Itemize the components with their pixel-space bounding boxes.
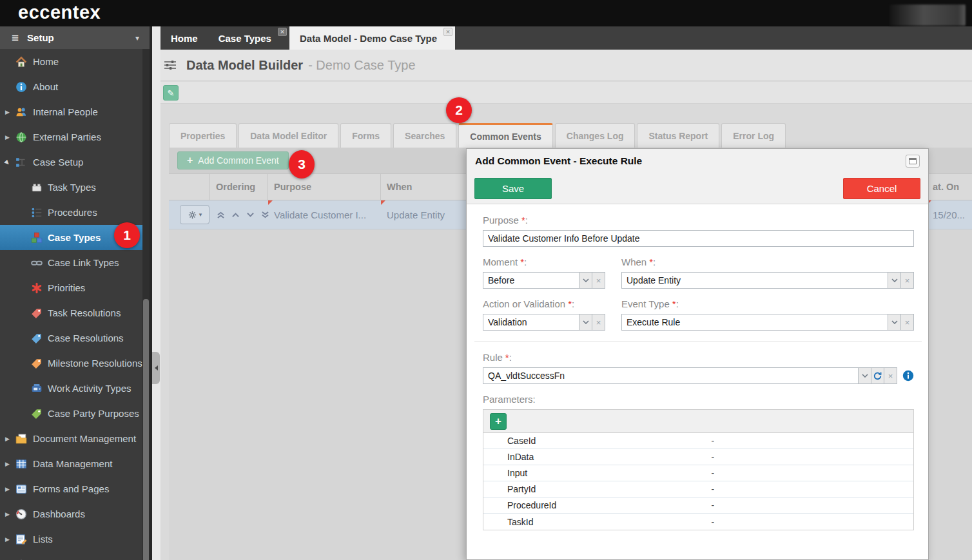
caret-down-icon[interactable]: ▾ xyxy=(135,34,139,43)
column-header-ordering[interactable]: Ordering xyxy=(210,174,268,200)
rule-dropdown-button[interactable] xyxy=(858,367,871,384)
move-down-icon[interactable] xyxy=(246,211,255,218)
sidebar-item-case-resolutions[interactable]: Case Resolutions xyxy=(0,325,142,351)
expand-arrow-icon[interactable]: ▶ xyxy=(5,134,10,140)
doc-tab-data-model-demo-case-type[interactable]: Data Model - Demo Case Type × xyxy=(289,26,455,50)
tab-common-events[interactable]: Common Events xyxy=(458,123,552,148)
sidebar-item-task-types[interactable]: Task Types xyxy=(0,175,142,200)
action-or-validation-field: Action or Validation*: × xyxy=(483,298,605,331)
close-icon[interactable]: × xyxy=(278,28,287,36)
chevron-down-icon xyxy=(862,374,868,378)
event-type-clear-button[interactable]: × xyxy=(900,314,914,331)
sidebar-item-internal-people[interactable]: ▶ Internal People xyxy=(0,99,142,124)
when-dropdown-button[interactable] xyxy=(888,272,901,289)
clear-icon: × xyxy=(596,276,601,285)
sidebar-item-milestone-resolutions[interactable]: Milestone Resolutions xyxy=(0,351,142,376)
rule-input[interactable] xyxy=(483,367,859,384)
tab-changes-log[interactable]: Changes Log xyxy=(555,123,636,148)
info-icon[interactable] xyxy=(902,370,914,381)
moment-input[interactable] xyxy=(483,272,579,289)
action-or-validation-clear-button[interactable]: × xyxy=(592,314,605,331)
gear-icon xyxy=(188,210,197,220)
sidebar-item-case-link-types[interactable]: Case Link Types xyxy=(0,250,142,275)
tab-status-report[interactable]: Status Report xyxy=(637,123,719,148)
save-button[interactable]: Save xyxy=(474,178,552,199)
expand-arrow-icon[interactable]: ▶ xyxy=(5,511,10,517)
expand-arrow-icon[interactable]: ▶ xyxy=(5,461,10,467)
sidebar-item-priorities[interactable]: Priorities xyxy=(0,275,142,300)
sidebar-item-procedures[interactable]: Procedures xyxy=(0,200,142,225)
expand-arrow-icon[interactable]: ▶ xyxy=(5,109,10,115)
maximize-button[interactable] xyxy=(906,155,920,168)
moment-dropdown-button[interactable] xyxy=(579,272,592,289)
column-header-created-on[interactable]: at. On xyxy=(927,174,972,200)
tab-properties[interactable]: Properties xyxy=(169,123,237,148)
sidebar-item-forms-and-pages[interactable]: ▶ Forms and Pages xyxy=(0,476,142,501)
move-top-icon[interactable] xyxy=(216,211,226,218)
sidebar-item-work-activity-types[interactable]: Work Activity Types xyxy=(0,376,142,401)
parameter-row[interactable]: ProcedureId - xyxy=(483,497,913,514)
sidebar-item-case-party-purposes[interactable]: Case Party Purposes xyxy=(0,401,142,426)
annotation-badge-1: 1 xyxy=(114,222,140,248)
sidebar-collapse-handle[interactable] xyxy=(152,352,160,384)
sidebar-item-label: Milestone Resolutions xyxy=(48,358,142,369)
add-common-event-button[interactable]: + Add Common Event xyxy=(177,151,289,169)
parameter-row[interactable]: TaskId - xyxy=(483,514,913,530)
sidebar-item-home[interactable]: Home xyxy=(0,49,142,74)
sidebar-item-data-management[interactable]: ▶ Data Management xyxy=(0,451,142,476)
parameter-row[interactable]: CaseId - xyxy=(483,433,913,449)
tab-error-log[interactable]: Error Log xyxy=(721,123,786,148)
when-input[interactable] xyxy=(621,272,888,289)
edit-button[interactable]: ✎ xyxy=(163,85,179,101)
rule-clear-button[interactable]: × xyxy=(884,367,897,384)
row-created-on-cell[interactable]: 15/20... xyxy=(927,200,972,229)
add-parameter-button[interactable]: + xyxy=(490,413,507,430)
parameter-name: Input xyxy=(483,468,712,478)
sidebar-item-document-management[interactable]: ▶ Document Management xyxy=(0,426,142,451)
row-purpose-cell[interactable]: Validate Customer I... xyxy=(268,200,381,229)
move-up-icon[interactable] xyxy=(231,211,240,218)
case-setup-icon xyxy=(15,157,27,168)
column-header-actions[interactable] xyxy=(169,174,210,200)
hamburger-icon[interactable]: ≡ xyxy=(12,31,19,45)
sidebar-item-lists[interactable]: ▶ Lists xyxy=(0,526,142,552)
sidebar-item-task-resolutions[interactable]: Task Resolutions xyxy=(0,300,142,325)
action-or-validation-dropdown-button[interactable] xyxy=(579,314,592,331)
asterisk-icon xyxy=(31,282,43,294)
user-info-redacted xyxy=(889,5,966,26)
row-actions-menu-button[interactable]: ▾ xyxy=(180,205,209,224)
sidebar-item-dashboards[interactable]: ▶ Dashboards xyxy=(0,501,142,526)
event-type-dropdown-button[interactable] xyxy=(888,314,901,331)
close-icon[interactable]: × xyxy=(443,28,452,36)
moment-clear-button[interactable]: × xyxy=(592,272,605,289)
doc-tab-home[interactable]: Home xyxy=(160,26,208,50)
sidebar-splitter[interactable] xyxy=(152,26,160,560)
rule-refresh-button[interactable] xyxy=(871,367,884,384)
event-type-input[interactable] xyxy=(621,314,888,331)
expand-arrow-icon[interactable]: ▶ xyxy=(5,436,10,442)
column-header-purpose[interactable]: Purpose xyxy=(268,174,381,200)
parameter-row[interactable]: InData - xyxy=(483,449,913,465)
sidebar-item-about[interactable]: About xyxy=(0,74,142,99)
action-or-validation-input[interactable] xyxy=(483,314,579,331)
scrollbar-thumb[interactable] xyxy=(143,299,149,560)
sidebar-item-security[interactable]: ▶ Security xyxy=(0,552,142,560)
purpose-input[interactable] xyxy=(483,230,914,247)
sidebar-item-case-setup[interactable]: ▶ Case Setup xyxy=(0,150,142,175)
table-icon xyxy=(15,458,27,470)
expand-arrow-icon[interactable]: ▶ xyxy=(5,536,10,543)
parameter-row[interactable]: Input - xyxy=(483,465,913,481)
cancel-button[interactable]: Cancel xyxy=(843,178,920,199)
expand-arrow-icon[interactable]: ▶ xyxy=(5,486,10,492)
sidebar-item-external-parties[interactable]: ▶ External Parties xyxy=(0,124,142,150)
tab-data-model-editor[interactable]: Data Model Editor xyxy=(238,123,338,148)
collapse-arrow-icon[interactable]: ▶ xyxy=(3,159,11,166)
tab-searches[interactable]: Searches xyxy=(393,123,456,148)
parameter-row[interactable]: PartyId - xyxy=(483,481,913,497)
doc-tab-case-types[interactable]: Case Types × xyxy=(208,26,289,50)
sidebar-scrollbar[interactable] xyxy=(142,49,150,560)
sidebar-header[interactable]: ≡ Setup ▾ xyxy=(0,26,150,49)
when-clear-button[interactable]: × xyxy=(900,272,914,289)
page-header: Data Model Builder - Demo Case Type xyxy=(160,50,972,81)
tab-forms[interactable]: Forms xyxy=(340,123,391,148)
